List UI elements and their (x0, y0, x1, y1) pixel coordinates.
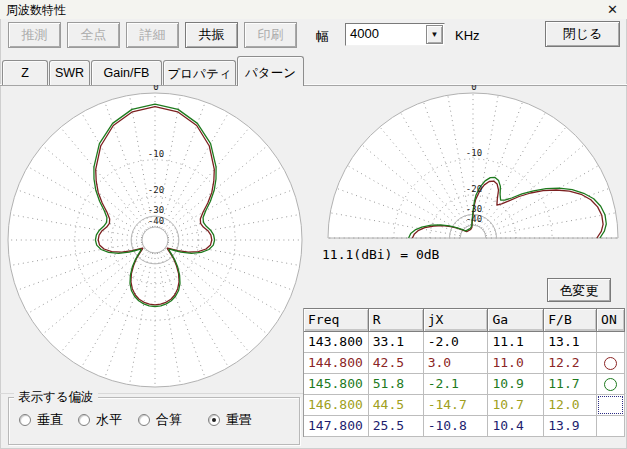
table-header-jx: jX (424, 308, 489, 332)
table-cell: 10.4 (488, 416, 544, 437)
plot-boundary (8, 93, 302, 387)
ring-label: -20 (148, 185, 164, 195)
tab-z[interactable]: Z (2, 60, 48, 85)
table-cell: 51.8 (369, 374, 424, 395)
width-label: 幅 (316, 28, 329, 46)
all-points-button: 全点 (67, 22, 120, 48)
print-button: 印刷 (244, 22, 297, 48)
ring-label: -40 (466, 214, 482, 224)
unit-label: KHz (455, 28, 480, 43)
table-cell: -2.1 (424, 374, 489, 395)
table-cell: 13.1 (544, 332, 597, 353)
on-state-circle-icon (604, 378, 617, 391)
table-cell: 13.9 (544, 416, 597, 437)
close-button[interactable]: 閉じる (545, 21, 620, 47)
ring-label: 0 (471, 85, 476, 92)
table-cell: 12.0 (544, 395, 597, 416)
radio-unselected-icon[interactable] (138, 414, 150, 426)
close-icon[interactable]: ✕ (604, 1, 621, 18)
ring-label: -10 (466, 148, 482, 158)
table-header-on: ON (597, 308, 625, 332)
width-dropdown-value: 4000 (350, 26, 379, 41)
resonance-button[interactable]: 共振 (185, 22, 238, 48)
table-cell: -14.7 (424, 395, 489, 416)
dialog-title: 周波数特性 (6, 2, 66, 19)
table-cell-on-toggle[interactable] (597, 332, 625, 353)
table-cell: -10.8 (424, 416, 489, 437)
ring-label: -30 (148, 205, 164, 215)
ring-label: -20 (466, 184, 482, 194)
radio-unselected-icon[interactable] (19, 414, 31, 426)
radio-selected-icon[interactable] (208, 414, 220, 426)
table-row: 144.80042.53.011.012.2 (304, 353, 625, 374)
radio-combined[interactable]: 合算 (138, 411, 182, 429)
table-cell-on-toggle[interactable] (597, 353, 625, 374)
title-bar: 周波数特性 ✕ (0, 0, 627, 19)
gain-normalization-label: 11.1(dBi) = 0dB (322, 247, 439, 262)
tab-properties[interactable]: プロパティ (163, 60, 236, 85)
radio-vertical[interactable]: 垂直 (19, 411, 63, 429)
azimuth-pattern-plot: 0-10-20-30-40 (0, 85, 312, 400)
width-dropdown[interactable]: 4000 ▼ (345, 23, 445, 46)
ring-label: -40 (148, 216, 164, 226)
tab-pattern[interactable]: パターン (237, 56, 304, 86)
radio-unselected-icon[interactable] (78, 414, 90, 426)
tab-gain-fb[interactable]: Gain/FB (91, 60, 162, 85)
table-row: 146.80044.5-14.710.712.0 (304, 395, 625, 416)
radio-horizontal[interactable]: 水平 (78, 411, 122, 429)
table-cell: 146.800 (304, 395, 369, 416)
ring-label: -30 (466, 204, 482, 214)
table-header-ga: Ga (488, 308, 544, 332)
table-cell: 10.9 (488, 374, 544, 395)
ring-label: -10 (148, 149, 164, 159)
table-cell: 10.7 (488, 395, 544, 416)
tab-swr[interactable]: SWR (49, 60, 90, 85)
chevron-down-icon[interactable]: ▼ (426, 25, 443, 44)
table-header-freq: Freq (304, 308, 369, 332)
focused-cell-outline (598, 396, 623, 414)
table-cell: 144.800 (304, 353, 369, 374)
table-cell: 11.0 (488, 353, 544, 374)
detail-button: 詳細 (126, 22, 179, 48)
radio-label: 水平 (96, 411, 122, 429)
on-state-circle-icon (604, 357, 617, 370)
table-cell: 147.800 (304, 416, 369, 437)
table-header-row: FreqRjXGaF/BON (304, 308, 625, 332)
table-cell-on-toggle[interactable] (597, 374, 625, 395)
table-header-fb: F/B (544, 308, 597, 332)
table-cell: 143.800 (304, 332, 369, 353)
table-cell: 3.0 (424, 353, 489, 374)
elevation-pattern-plot: 0-10-20-30-40 (320, 85, 627, 243)
polarization-groupbox-title: 表示する偏波 (14, 389, 98, 406)
table-cell-on-toggle[interactable] (597, 416, 625, 437)
table-row: 147.80025.5-10.810.413.9 (304, 416, 625, 437)
table-cell: 145.800 (304, 374, 369, 395)
frequency-characteristics-dialog: 周波数特性 ✕ 推測全点詳細共振印刷 幅 4000 ▼ KHz 閉じる ZSWR… (0, 0, 627, 449)
estimate-button: 推測 (8, 22, 61, 48)
radio-label: 合算 (156, 411, 182, 429)
table-cell: 25.5 (369, 416, 424, 437)
ring-label: 0 (153, 85, 158, 92)
table-cell: 33.1 (369, 332, 424, 353)
radio-label: 重畳 (226, 411, 252, 429)
table-cell: -2.0 (424, 332, 489, 353)
table-cell: 11.1 (488, 332, 544, 353)
table-cell: 11.7 (544, 374, 597, 395)
table-cell: 44.5 (369, 395, 424, 416)
frequency-table: FreqRjXGaF/BON143.80033.1-2.011.113.1144… (303, 308, 625, 437)
table-cell: 12.2 (544, 353, 597, 374)
color-change-button[interactable]: 色変更 (547, 278, 611, 302)
table-header-r: R (369, 308, 424, 332)
table-cell: 42.5 (369, 353, 424, 374)
table-row: 145.80051.8-2.110.911.7 (304, 374, 625, 395)
radio-label: 垂直 (37, 411, 63, 429)
table-row: 143.80033.1-2.011.113.1 (304, 332, 625, 353)
table-cell-on-toggle[interactable] (597, 395, 625, 416)
radio-overlay[interactable]: 重畳 (208, 411, 252, 429)
